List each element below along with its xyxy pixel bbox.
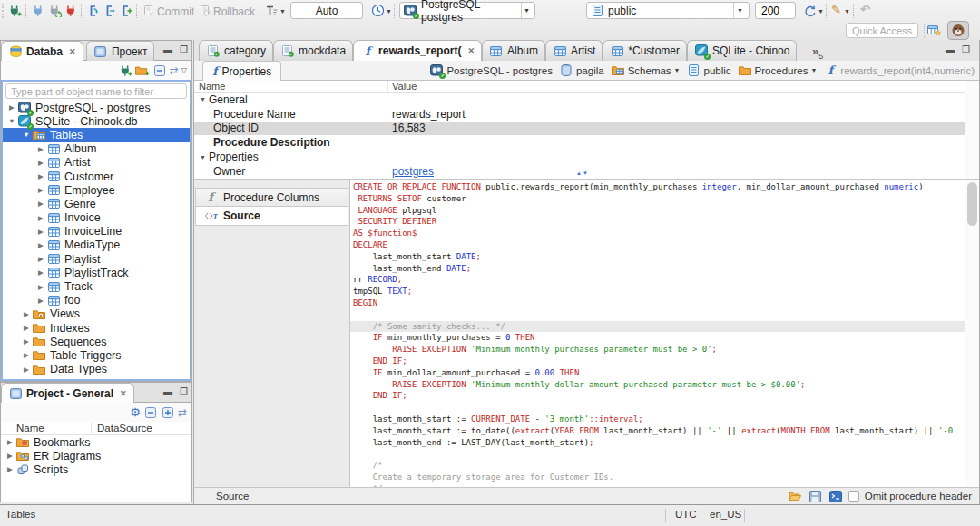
new-connection-icon[interactable] [118,63,132,77]
expand-arrow-icon[interactable]: ▶ [35,255,46,263]
source-editor[interactable]: CREATE OR REPLACE FUNCTION public.reward… [350,179,979,487]
edit-pen-icon[interactable]: ✎ [831,3,841,16]
breadcrumb-item-procedures[interactable]: Procedures▼ [738,63,818,77]
sql-console-icon[interactable] [828,490,843,503]
collapse-all-icon[interactable] [152,63,167,77]
minimize-icon[interactable]: ▬ [163,386,172,396]
tree-item-track[interactable]: ▶Track [3,279,190,293]
subtab-procedure-columns[interactable]: fProcedure Columns [195,188,348,207]
project-tree[interactable]: ▶Bookmarks▶ER Diagrams▶Scripts [1,435,191,477]
tab-projects[interactable]: Проект [86,41,155,61]
property-row-general[interactable]: ▼General [194,93,965,107]
history-clock-icon[interactable] [370,4,385,17]
new-folder-icon[interactable] [135,63,150,77]
object-filter-input[interactable] [5,83,187,99]
expand-arrow-icon[interactable]: ▶ [6,103,17,112]
quick-access-input[interactable] [846,23,918,38]
properties-scrollbar[interactable] [965,81,979,179]
maximize-icon[interactable]: ❐ [180,386,188,396]
close-icon[interactable]: ✕ [467,46,475,55]
editor-tab-category[interactable]: category [199,40,273,61]
refresh-dropdown-icon[interactable]: ▼ [818,8,824,15]
expand-arrow-icon[interactable]: ▶ [35,214,46,222]
project-item-scripts[interactable]: ▶Scripts [1,463,191,476]
tree-item-data-types[interactable]: ▶Data Types [3,363,190,376]
expand-arrow-icon[interactable]: ▶ [5,438,15,446]
link-with-editor-icon[interactable]: ⇄ [170,64,179,77]
open-folder-icon[interactable] [789,490,803,503]
breadcrumb-item-pagila[interactable]: pagila [559,63,604,77]
column-header-name[interactable]: Name [194,81,388,92]
tree-item-artist[interactable]: ▶Artist [3,156,190,170]
source-scrollbar[interactable] [965,180,979,487]
open-perspective-icon[interactable] [927,24,942,37]
disconnect-icon[interactable] [64,4,78,17]
commit-button[interactable]: Commit [157,5,194,18]
chevron-down-icon[interactable]: ▼ [810,67,817,73]
minimize-icon[interactable]: ▬ [163,44,172,54]
breadcrumb-item-public[interactable]: public [687,63,731,77]
connect-icon[interactable] [31,4,45,17]
expand-arrow-icon[interactable]: ▶ [21,365,32,374]
editor-tab-customer[interactable]: *Customer [603,40,687,61]
transaction-log-icon[interactable] [264,4,279,17]
expand-arrow-icon[interactable]: ▶ [5,452,15,460]
column-header-datasource[interactable]: DataSource [92,423,152,433]
minimize-icon[interactable]: ▬ [946,44,955,54]
new-connection-icon[interactable] [7,4,22,17]
dbeaver-perspective-button[interactable] [947,21,969,40]
tree-item-playlisttrack[interactable]: ▶PlaylistTrack [3,266,190,279]
expand-arrow-icon[interactable]: ▶ [35,200,46,208]
tree-item-sqlite-chinook-db[interactable]: ▼✓SQLite - Chinook.db [3,114,190,128]
expand-arrow-icon[interactable]: ▶ [35,186,46,194]
property-row-procedure-description[interactable]: Procedure Description [194,135,965,150]
property-row-object-id[interactable]: Object ID16,583 [194,122,965,136]
expand-arrow-icon[interactable]: ▶ [35,241,46,249]
transaction-log-dropdown-icon[interactable]: ▼ [279,8,286,15]
editor-tab-sqlite-chinoo[interactable]: ✓SQLite - Chinoo [687,40,797,61]
undo-icon[interactable]: ↶ [860,3,870,16]
tab-properties[interactable]: f Properties [202,61,281,81]
expand-arrow-icon[interactable]: ▶ [21,351,32,359]
expand-arrow-icon[interactable]: ▶ [21,337,32,346]
editor-tab-mockdata[interactable]: mockdata [273,40,353,61]
history-dropdown-icon[interactable]: ▼ [386,8,392,15]
expand-all-icon[interactable] [161,405,175,419]
breadcrumb-item-rewards-report-int4-numeric[interactable]: frewards_report(int4,numeric) [823,63,975,77]
tree-item-invoiceline[interactable]: ▶InvoiceLine [3,225,190,239]
subtab-source[interactable]: TSource [195,207,348,226]
rollback-icon[interactable] [198,4,212,17]
fetch-size-input[interactable] [755,2,796,19]
maximize-icon[interactable]: ❐ [180,44,188,54]
column-header-value[interactable]: Value [388,81,416,92]
expand-arrow-icon[interactable]: ▶ [35,297,46,305]
rollback-button[interactable]: Rollback [213,5,255,18]
refresh-icon[interactable] [802,4,817,17]
chevron-down-icon[interactable]: ▼ [674,67,681,73]
tree-item-mediatype[interactable]: ▶MediaType [3,239,190,252]
collapse-arrow-icon[interactable]: ▼ [21,131,32,139]
collapse-all-icon[interactable] [143,405,158,419]
connection-dropdown-icon[interactable]: ▼ [521,3,532,18]
tree-item-album[interactable]: ▶Album [3,142,190,156]
close-icon[interactable]: ✕ [69,47,76,56]
tree-item-postgresql-postgres[interactable]: ▶✓PostgreSQL - postgres [3,101,190,114]
omit-procedure-header-checkbox[interactable] [848,491,859,502]
breadcrumb-item-postgresql-postgres[interactable]: ✓PostgreSQL - postgres [429,63,553,77]
tab-overflow-button[interactable]: »5 [812,44,823,61]
maximize-icon[interactable]: ❐ [962,44,970,54]
tab-database-navigator[interactable]: Databa ✕ [1,41,83,61]
tree-item-table-triggers[interactable]: ▶Table Triggers [3,348,190,362]
sash-collapse-icon[interactable]: ▲▼ [576,170,589,176]
property-value[interactable]: postgres [388,165,434,178]
expand-arrow-icon[interactable]: ▶ [35,172,46,180]
collapse-arrow-icon[interactable]: ▼ [200,96,206,102]
expand-arrow-icon[interactable]: ▶ [35,283,46,291]
new-sql-editor-icon[interactable] [119,4,133,17]
reconnect-icon[interactable] [47,4,62,17]
connection-combo[interactable]: ✓ PostgreSQL - postgres ▼ [399,2,535,19]
expand-arrow-icon[interactable]: ▶ [21,324,32,332]
editor-tab-album[interactable]: Album [482,40,545,61]
tree-item-foo[interactable]: ▶foo [3,294,190,307]
project-item-bookmarks[interactable]: ▶Bookmarks [1,435,191,449]
